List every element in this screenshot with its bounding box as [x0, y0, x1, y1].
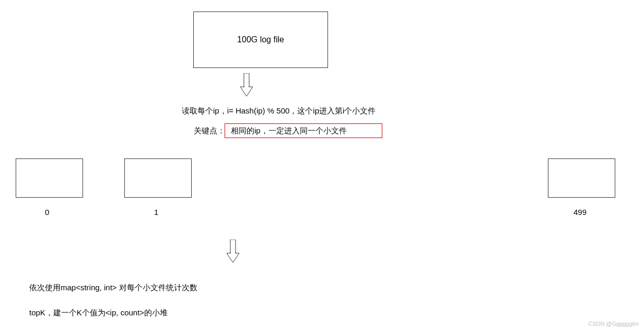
keypoint-highlight: 相同的ip，一定进入同一个小文件 [231, 126, 347, 136]
watermark: CSDN @Ggggggtm [588, 321, 639, 327]
hash-description-text: 读取每个ip，i= Hash(ip) % 500，这个ip进入第i个小文件 [182, 106, 376, 115]
topk-text: topK，建一个K个值为<ip, count>的小堆 [29, 308, 168, 317]
arrow-down-1 [239, 73, 254, 98]
keypoint-highlight-text: 相同的ip，一定进入同一个小文件 [231, 126, 347, 135]
file-label-1-text: 1 [154, 208, 158, 217]
topk-description: topK，建一个K个值为<ip, count>的小堆 [29, 308, 168, 318]
keypoint-label: 关键点： [194, 126, 225, 136]
file-box-499 [548, 158, 615, 198]
keypoint-prefix: 关键点： [194, 126, 225, 135]
file-label-0-text: 0 [45, 208, 49, 217]
file-label-1: 1 [154, 208, 158, 217]
file-box-1 [124, 158, 192, 198]
arrow-down-2 [226, 240, 240, 265]
svg-marker-4 [227, 253, 239, 263]
map-count-text: 依次使用map<string, int> 对每个小文件统计次数 [29, 283, 197, 292]
file-label-499-text: 499 [573, 208, 587, 217]
map-count-description: 依次使用map<string, int> 对每个小文件统计次数 [29, 283, 197, 293]
file-box-0 [16, 158, 83, 198]
svg-rect-5 [231, 252, 235, 254]
svg-rect-2 [244, 86, 249, 88]
svg-marker-1 [240, 87, 253, 96]
log-file-box: 100G log file [193, 12, 328, 68]
hash-description: 读取每个ip，i= Hash(ip) % 500，这个ip进入第i个小文件 [182, 106, 376, 116]
file-label-499: 499 [573, 208, 587, 217]
log-file-label: 100G log file [237, 35, 284, 44]
watermark-text: CSDN @Ggggggtm [588, 321, 639, 327]
file-label-0: 0 [45, 208, 49, 217]
svg-rect-0 [244, 73, 249, 87]
svg-rect-3 [230, 240, 236, 253]
